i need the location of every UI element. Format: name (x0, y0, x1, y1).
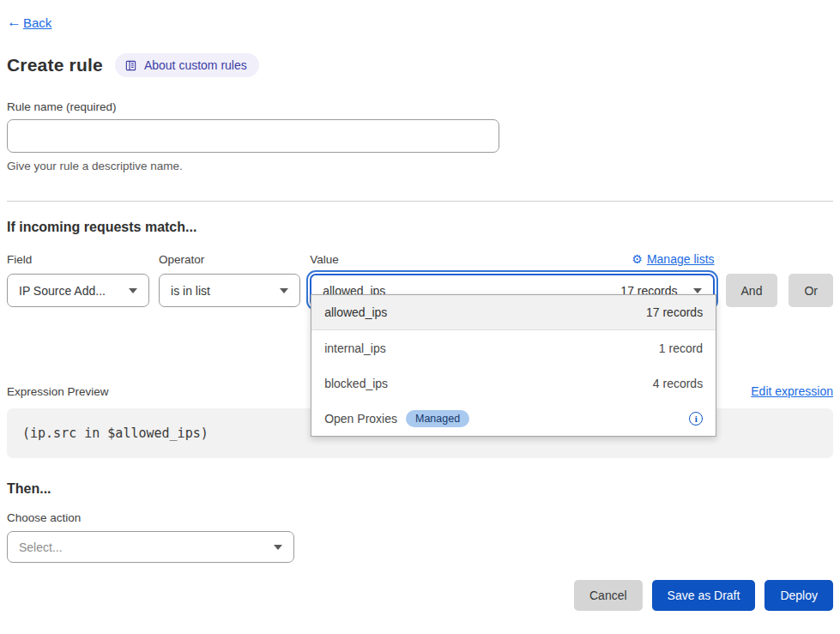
gear-icon: ⚙ (632, 252, 643, 266)
value-label: Value (310, 253, 339, 266)
back-link[interactable]: Back (23, 15, 51, 30)
page-title: Create rule (7, 55, 103, 75)
expression-preview-label: Expression Preview (7, 385, 109, 398)
back-arrow-icon: ← (7, 14, 21, 31)
chevron-down-icon (274, 545, 282, 550)
expression-code: (ip.src in $allowed_ips) (22, 426, 208, 441)
operator-select-value: is in list (171, 284, 210, 298)
list-item-records: 4 records (653, 377, 703, 390)
field-label: Field (7, 253, 32, 266)
section-divider (7, 201, 833, 202)
rule-name-label: Rule name (required) (7, 100, 833, 113)
value-column: Value ⚙ Manage lists allowed_ips 17 reco… (310, 251, 714, 307)
choose-action-label: Choose action (7, 511, 833, 524)
manage-lists-link[interactable]: ⚙ Manage lists (632, 252, 714, 266)
list-item-name: blocked_ips (324, 377, 388, 390)
list-item-name: allowed_ips (324, 305, 387, 319)
action-select-placeholder: Select... (19, 540, 63, 554)
list-item-open-proxies[interactable]: Open Proxies Managed i (311, 401, 716, 436)
create-rule-page: ← Back Create rule About custom rules Ru… (0, 0, 840, 634)
operator-column: Operator is in list (159, 251, 300, 307)
action-select[interactable]: Select... (7, 531, 294, 563)
operator-select[interactable]: is in list (159, 274, 300, 307)
info-icon[interactable]: i (689, 412, 703, 426)
list-dropdown-panel: allowed_ips 17 records internal_ips 1 re… (311, 294, 716, 437)
match-section-heading: If incoming requests match... (7, 220, 833, 235)
field-select[interactable]: IP Source Add... (7, 274, 149, 307)
list-item-records: 1 record (659, 341, 703, 355)
about-custom-rules-link[interactable]: About custom rules (115, 53, 259, 77)
title-row: Create rule About custom rules (7, 53, 833, 77)
list-item-name: Open Proxies (324, 412, 397, 426)
and-button[interactable]: And (726, 274, 778, 307)
and-or-buttons: And Or (726, 274, 833, 307)
save-as-draft-button[interactable]: Save as Draft (652, 580, 756, 611)
condition-row: Field IP Source Add... Operator is in li… (7, 251, 833, 307)
list-item-allowed-ips[interactable]: allowed_ips 17 records (311, 295, 716, 330)
list-item-blocked-ips[interactable]: blocked_ips 4 records (311, 365, 716, 401)
chevron-down-icon (129, 288, 137, 293)
list-item-name: internal_ips (324, 341, 386, 355)
footer-actions: Cancel Save as Draft Deploy (7, 580, 833, 611)
edit-expression-link[interactable]: Edit expression (751, 384, 833, 398)
list-item-internal-ips[interactable]: internal_ips 1 record (311, 330, 716, 365)
field-select-value: IP Source Add... (19, 284, 106, 298)
rule-name-input[interactable] (7, 119, 499, 153)
operator-label: Operator (159, 253, 204, 266)
chevron-down-icon (693, 288, 702, 293)
managed-badge: Managed (406, 410, 469, 427)
back-row: ← Back (7, 14, 833, 31)
deploy-button[interactable]: Deploy (764, 580, 833, 611)
then-section-heading: Then... (7, 481, 833, 497)
cancel-button[interactable]: Cancel (574, 580, 643, 611)
chevron-down-icon (280, 288, 288, 293)
or-button[interactable]: Or (789, 274, 833, 307)
list-item-records: 17 records (646, 305, 703, 319)
rule-name-hint: Give your rule a descriptive name. (7, 160, 833, 172)
field-column: Field IP Source Add... (7, 251, 149, 307)
book-icon (124, 59, 137, 72)
manage-lists-label: Manage lists (647, 252, 715, 266)
about-pill-label: About custom rules (144, 58, 247, 72)
